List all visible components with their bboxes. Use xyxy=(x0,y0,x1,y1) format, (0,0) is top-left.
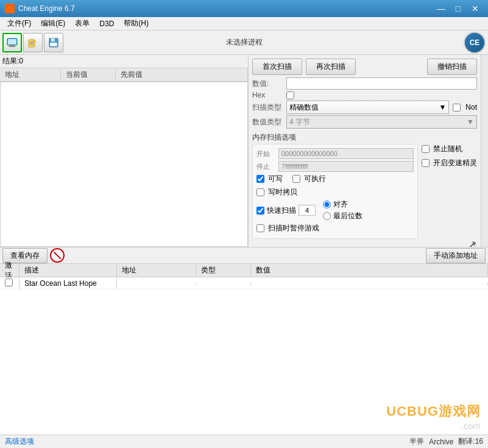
page-info: 翻译:16 xyxy=(458,436,483,447)
scan-type-row: 扫描类型 精确数值 ▼ 精确数值 比前次增大 比前次减小 未知初始值 Not xyxy=(252,101,477,114)
menu-table[interactable]: 表单 xyxy=(70,17,94,30)
close-button[interactable]: ✕ xyxy=(467,2,483,15)
left-panel: 结果:0 地址 当前值 先前值 xyxy=(0,55,249,247)
watermark-line1: UCBUG游戏网 xyxy=(386,402,481,421)
ce-logo: CE xyxy=(464,32,486,54)
ct-header-value[interactable]: 数值 xyxy=(251,264,488,277)
open-process-button[interactable] xyxy=(2,33,22,52)
right-panel: 首次扫描 再次扫描 撤销扫描 数值: Hex 扫描类型 精确数值 ▼ xyxy=(249,55,481,247)
memory-options-box: 开始 停止 可写 xyxy=(252,144,418,239)
save-icon xyxy=(48,37,59,48)
svg-rect-10 xyxy=(51,38,55,41)
menu-edit[interactable]: 编辑(E) xyxy=(36,17,70,30)
ct-header-description[interactable]: 描述 xyxy=(19,264,117,277)
executable-label: 可执行 xyxy=(304,174,326,184)
right-options-sidebar: 禁止随机 开启变速精灵 xyxy=(418,144,477,239)
minimize-button[interactable]: — xyxy=(433,2,449,15)
main-wrapper: 结果:0 地址 当前值 先前值 首次扫描 再次扫描 撤销扫描 数值: xyxy=(0,55,488,448)
copy-on-write-checkbox[interactable] xyxy=(256,188,264,196)
menu-bar: 文件(F) 编辑(E) 表单 D3D 帮助(H) xyxy=(0,17,488,30)
align-label: 对齐 xyxy=(333,199,348,210)
bottom-toolbar: 查看内存 手动添加地址 xyxy=(0,247,488,264)
writable-row: 可写 xyxy=(256,174,283,184)
value-type-combo[interactable]: 4 字节 ▼ 4 字节 2 字节 1 字节 8 字节 Float Double xyxy=(286,115,477,129)
window-title: Cheat Engine 6.7 xyxy=(18,4,75,13)
title-bar: Cheat Engine 6.7 — □ ✕ xyxy=(0,0,488,17)
not-checkbox[interactable] xyxy=(453,104,461,112)
executable-checkbox[interactable] xyxy=(292,175,300,183)
half-label: 半斧 xyxy=(409,436,424,447)
start-label: 开始 xyxy=(256,149,274,158)
scan-type-combo[interactable]: 精确数值 ▼ 精确数值 比前次增大 比前次减小 未知初始值 xyxy=(286,101,449,114)
speed-hack-label: 开启变速精灵 xyxy=(433,158,477,168)
archive-label: Archive xyxy=(429,438,453,446)
pause-game-label: 扫描时暂停游戏 xyxy=(268,223,319,233)
status-bar: 高级选项 半斧 Archive 翻译:16 xyxy=(0,435,488,448)
advanced-options-label[interactable]: 高级选项 xyxy=(5,436,34,447)
executable-row: 可执行 xyxy=(292,174,326,184)
svg-rect-11 xyxy=(54,39,54,41)
menu-file[interactable]: 文件(F) xyxy=(2,17,36,30)
row-value xyxy=(251,282,488,285)
scan-type-label: 扫描类型 xyxy=(252,102,283,113)
active-checkbox[interactable] xyxy=(5,279,13,286)
row-active[interactable] xyxy=(0,277,19,290)
first-scan-button[interactable]: 首次扫描 xyxy=(252,59,302,75)
table-row[interactable]: Star Ocean Last Hope xyxy=(0,277,488,290)
copy-on-write-label: 写时拷贝 xyxy=(268,187,297,197)
app-icon xyxy=(5,4,15,13)
last-digit-label: 最后位数 xyxy=(333,211,362,221)
value-label: 数值: xyxy=(252,79,283,89)
open-file-icon xyxy=(27,37,38,48)
result-count: 结果:0 xyxy=(0,55,248,68)
no-icon xyxy=(50,248,65,263)
svg-rect-2 xyxy=(9,46,16,47)
writable-checkbox[interactable] xyxy=(256,175,264,183)
copy-on-write-row: 写时拷贝 xyxy=(256,187,414,197)
start-row: 开始 xyxy=(256,148,414,159)
toolbar: 未选择进程 CE xyxy=(0,30,488,55)
ct-header-address[interactable]: 地址 xyxy=(117,264,196,277)
menu-d3d[interactable]: D3D xyxy=(94,18,119,29)
hex-checkbox[interactable] xyxy=(286,91,294,99)
maximize-button[interactable]: □ xyxy=(450,2,466,15)
monitor-icon xyxy=(7,37,18,48)
stop-label: 停止 xyxy=(256,162,274,171)
right-scrollbar[interactable] xyxy=(481,55,488,247)
fast-scan-value[interactable] xyxy=(299,205,316,216)
add-address-button[interactable]: 手动添加地址 xyxy=(426,248,486,263)
last-digit-radio[interactable] xyxy=(323,212,331,220)
start-input[interactable] xyxy=(278,148,414,159)
stop-input[interactable] xyxy=(278,161,414,172)
speed-hack-row: 开启变速精灵 xyxy=(422,158,477,168)
save-button[interactable] xyxy=(44,33,63,52)
fast-scan-label: 快速扫描 xyxy=(267,205,296,216)
stop-random-label: 禁止随机 xyxy=(433,144,462,154)
pause-game-row: 扫描时暂停游戏 xyxy=(256,223,414,233)
align-radio[interactable] xyxy=(323,201,331,208)
header-previous[interactable]: 先前值 xyxy=(116,68,248,81)
watermark-line2: .com xyxy=(386,421,481,431)
speed-hack-checkbox[interactable] xyxy=(422,159,430,167)
row-address xyxy=(117,282,196,285)
header-current[interactable]: 当前值 xyxy=(61,68,116,81)
open-file-button[interactable] xyxy=(23,33,43,52)
stop-row: 停止 xyxy=(256,161,414,172)
next-scan-button[interactable]: 再次扫描 xyxy=(306,59,356,75)
pause-game-checkbox[interactable] xyxy=(256,224,264,232)
value-input[interactable] xyxy=(286,77,477,90)
stop-random-checkbox[interactable] xyxy=(422,145,430,153)
value-type-row: 数值类型 4 字节 ▼ 4 字节 2 字节 1 字节 8 字节 Float Do… xyxy=(252,115,477,129)
scan-results-body[interactable] xyxy=(0,82,248,247)
ct-header-type[interactable]: 类型 xyxy=(196,264,251,277)
content-area: 结果:0 地址 当前值 先前值 首次扫描 再次扫描 撤销扫描 数值: xyxy=(0,55,488,247)
row-type xyxy=(196,282,251,285)
svg-rect-3 xyxy=(8,39,16,44)
not-label: Not xyxy=(465,103,477,112)
menu-help[interactable]: 帮助(H) xyxy=(119,17,154,30)
cancel-scan-button[interactable]: 撤销扫描 xyxy=(427,59,477,75)
fast-scan-checkbox[interactable] xyxy=(256,207,264,215)
watermark: UCBUG游戏网 .com xyxy=(386,402,481,431)
header-address[interactable]: 地址 xyxy=(0,68,61,81)
stop-random-row: 禁止随机 xyxy=(422,144,477,154)
